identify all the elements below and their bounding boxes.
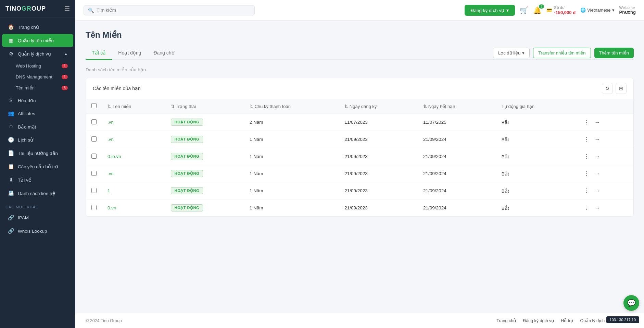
domain-link-2[interactable]: 0.io.vn <box>108 154 121 159</box>
domain-link-3[interactable]: .vn <box>108 171 114 176</box>
row-cycle-0: 2 Năm <box>244 114 339 131</box>
row-more-button-5[interactable]: ⋮ <box>582 204 591 212</box>
sidebar-item-dns-management[interactable]: DNS Management 1 <box>12 72 73 82</box>
row-status-4: HOẠT ĐỘNG <box>165 182 244 199</box>
tab-tat-ca[interactable]: Tất cả <box>86 47 112 60</box>
col-reg-date: ⇅ Ngày đăng ký <box>339 99 418 114</box>
sort-regdate-icon: ⇅ <box>344 104 350 109</box>
row-regdate-4: 21/09/2023 <box>339 182 418 199</box>
sidebar-item-affiliates[interactable]: 👥 Affiliates <box>2 107 73 120</box>
sidebar-item-tai-lieu[interactable]: 📄 Tài liệu hướng dẫn <box>2 147 73 160</box>
user-welcome[interactable]: Welcome Phương <box>619 5 636 15</box>
sidebar-item-hoa-don[interactable]: $ Hóa đơn <box>2 94 73 107</box>
language-selector[interactable]: 🌐 Vietnamese ▾ <box>580 8 614 13</box>
tab-hoat-dong[interactable]: Hoạt động <box>112 47 147 60</box>
row-cycle-1: 1 Năm <box>244 131 339 148</box>
sidebar-item-label: Bảo mật <box>18 124 36 130</box>
row-checkbox-3[interactable] <box>91 171 97 176</box>
row-detail-button-2[interactable]: → <box>592 153 602 160</box>
notification-button[interactable]: 🔔 2 <box>533 6 542 14</box>
row-detail-button-4[interactable]: → <box>592 187 602 195</box>
row-checkbox-1[interactable] <box>91 136 97 142</box>
sort-status-icon: ⇅ <box>171 104 176 109</box>
table-row: 0.vn HOẠT ĐỘNG 1 Năm 21/09/2023 21/09/20… <box>86 199 633 217</box>
search-box: 🔍 <box>84 5 255 15</box>
row-domain-2: 0.io.vn <box>102 148 165 165</box>
row-more-button-0[interactable]: ⋮ <box>582 118 591 126</box>
hamburger-icon[interactable]: ☰ <box>64 5 70 12</box>
transfer-button[interactable]: Transfer nhiều tên miền <box>533 48 591 58</box>
security-icon: 🛡 <box>8 124 14 130</box>
row-checkbox-4[interactable] <box>91 188 97 193</box>
sidebar-item-tai-ve[interactable]: ⬇ Tải về <box>2 173 73 186</box>
sidebar-item-ten-mien[interactable]: Tên miền 6 <box>12 83 73 93</box>
table-row: 0.io.vn HOẠT ĐỘNG 1 Năm 21/09/2023 21/09… <box>86 148 633 165</box>
domain-link-0[interactable]: .vn <box>108 120 114 125</box>
register-service-button[interactable]: Đăng ký dịch vụ ▾ <box>465 5 515 16</box>
footer-link-trang-chu[interactable]: Trang chủ <box>496 318 516 323</box>
row-more-button-1[interactable]: ⋮ <box>582 135 591 143</box>
history-icon: 🕐 <box>8 137 14 143</box>
chat-button[interactable]: 💬 <box>623 295 639 311</box>
table-header: Các tên miền của bạn ↻ ⊞ <box>86 78 633 99</box>
sidebar-item-label: Hóa đơn <box>18 98 36 103</box>
grid-view-button[interactable]: ⊞ <box>616 83 627 94</box>
table-title: Các tên miền của bạn <box>93 86 141 91</box>
row-more-button-2[interactable]: ⋮ <box>582 153 591 160</box>
col-domain: ⇅ Tên miền <box>102 99 165 114</box>
balance-area[interactable]: 💳 Số dư -150,000 đ <box>546 5 576 15</box>
row-detail-button-1[interactable]: → <box>592 136 602 143</box>
domain-link-5[interactable]: 0.vn <box>108 205 116 210</box>
row-detail-button-5[interactable]: → <box>592 204 602 212</box>
domain-link-4[interactable]: 1 <box>108 188 110 193</box>
table-row: 1 HOẠT ĐỘNG 1 Năm 21/09/2023 21/09/2024 … <box>86 182 633 199</box>
sort-cycle-icon: ⇅ <box>250 104 255 109</box>
row-checkbox-0[interactable] <box>91 119 97 124</box>
row-checkbox-2[interactable] <box>91 154 97 159</box>
sidebar-item-quan-ly-dich-vu[interactable]: ⚙ Quản lý dịch vụ ▲ <box>2 47 73 60</box>
sidebar-item-quan-ly-ten-mien[interactable]: ▦ Quản lý tên miền <box>2 34 73 47</box>
footer-link-ho-tro[interactable]: Hỗ trợ <box>561 318 573 323</box>
sidebar-item-whois[interactable]: 🔗 Whois Lookup <box>2 224 73 238</box>
table-row: .vn HOẠT ĐỘNG 2 Năm 11/07/2023 11/07/202… <box>86 114 633 131</box>
row-more-button-4[interactable]: ⋮ <box>582 187 591 195</box>
row-detail-button-0[interactable]: → <box>592 119 602 126</box>
select-all-checkbox[interactable] <box>91 103 97 108</box>
row-autorenew-5: Bắt <box>496 199 576 217</box>
sidebar-item-web-hosting[interactable]: Web Hosting 1 <box>12 61 73 71</box>
sidebar-item-ipam[interactable]: 🔗 IPAM <box>2 211 73 224</box>
search-input[interactable] <box>97 8 250 13</box>
domain-link-1[interactable]: .vn <box>108 137 114 142</box>
cart-button[interactable]: 🛒 <box>520 6 528 14</box>
sidebar-item-trang-chu[interactable]: 🏠 Trang chủ <box>2 21 73 34</box>
sidebar-item-bao-mat[interactable]: 🛡 Bảo mật <box>2 120 73 133</box>
sidebar-item-lich-su[interactable]: 🕐 Lịch sử <box>2 133 73 146</box>
hint-text: Danh sách tên miền của bạn. <box>86 67 634 72</box>
tab-dang-cho[interactable]: Đang chờ <box>147 47 180 60</box>
filter-label: Lọc dữ liệu <box>498 50 520 56</box>
tab-actions: Lọc dữ liệu ▾ Transfer nhiều tên miền Th… <box>493 48 634 58</box>
sidebar-item-label: Quản lý dịch vụ <box>18 51 51 57</box>
row-more-button-3[interactable]: ⋮ <box>582 170 591 178</box>
row-actions-2: ⋮ → <box>576 148 633 165</box>
footer: © 2024 Tino Group Trang chủ Đăng ký dịch… <box>75 313 644 328</box>
lang-chevron-icon: ▾ <box>612 8 615 13</box>
row-cycle-4: 1 Năm <box>244 182 339 199</box>
col-actions <box>576 99 633 114</box>
add-domain-button[interactable]: Thêm tên miền <box>594 48 634 58</box>
footer-link-dang-ky[interactable]: Đăng ký dịch vụ <box>523 318 554 323</box>
refresh-button[interactable]: ↻ <box>602 83 613 94</box>
grid-view-icon: ⊞ <box>619 86 623 91</box>
copyright: © 2024 Tino Group <box>86 318 122 323</box>
row-detail-button-3[interactable]: → <box>592 170 602 178</box>
sidebar-item-ho-tro[interactable]: 📋 Các yêu cầu hỗ trợ <box>2 160 73 173</box>
row-status-0: HOẠT ĐỘNG <box>165 114 244 131</box>
table-header-actions: ↻ ⊞ <box>602 83 627 94</box>
col-status: ⇅ Trạng thái <box>165 99 244 114</box>
welcome-label: Welcome <box>619 5 636 10</box>
sidebar-item-label: Tài liệu hướng dẫn <box>18 150 58 156</box>
filter-button[interactable]: Lọc dữ liệu ▾ <box>493 48 530 58</box>
row-regdate-5: 21/09/2023 <box>339 199 418 217</box>
sidebar-item-lien-he[interactable]: 📇 Danh sách liên hệ <box>2 187 73 200</box>
row-checkbox-5[interactable] <box>91 205 97 210</box>
